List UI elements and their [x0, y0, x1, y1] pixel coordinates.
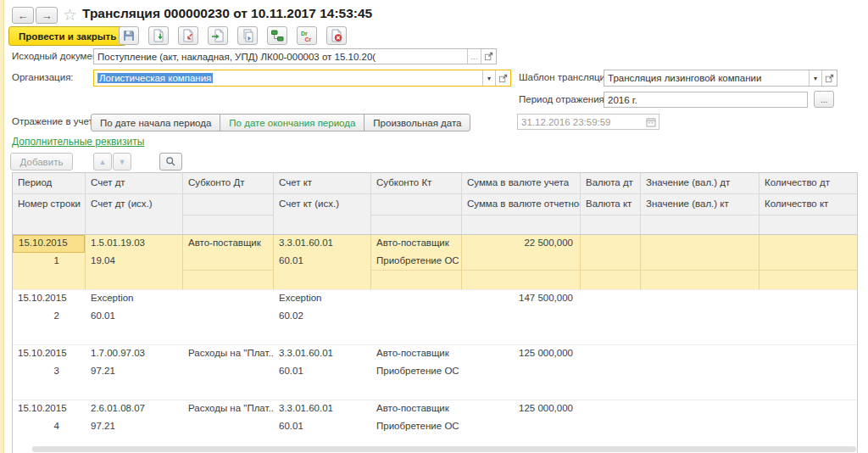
- search-button[interactable]: [159, 153, 182, 171]
- cell-currency-dt[interactable]: [581, 345, 640, 363]
- cell-currency-kt[interactable]: [581, 308, 640, 326]
- cell-currency-kt[interactable]: [581, 253, 640, 271]
- cell-acct-dt-src[interactable]: 97.21: [86, 418, 182, 436]
- cell-sub-kt-1[interactable]: Авто-поставщик: [371, 345, 461, 363]
- cell-sum-accounting[interactable]: 125 000,000: [462, 345, 580, 363]
- save-button[interactable]: [119, 26, 139, 45]
- forward-button[interactable]: →: [36, 7, 58, 24]
- cell-qty-dt[interactable]: [760, 235, 857, 253]
- create-based-on-button[interactable]: [208, 26, 228, 45]
- add-row-button[interactable]: Добавить: [10, 153, 73, 171]
- cell-sub-dt-2[interactable]: [183, 363, 273, 381]
- col-header-cur-dt[interactable]: Валюта дт: [581, 173, 640, 194]
- cell-sub-dt-1[interactable]: Авто-поставщик: [183, 235, 273, 253]
- cell-value-dt[interactable]: [641, 235, 759, 253]
- cell-row-num[interactable]: 4: [13, 418, 85, 436]
- cell-acct-dt-src[interactable]: 60.01: [86, 308, 182, 326]
- cell-value-kt[interactable]: [641, 308, 759, 326]
- cell-empty[interactable]: [86, 271, 182, 289]
- cell-acct-kt-src[interactable]: 60.01: [274, 363, 370, 381]
- organization-dropdown-button[interactable]: ▾: [482, 70, 495, 86]
- cell-currency-kt[interactable]: [581, 418, 640, 436]
- table-row[interactable]: 15.10.2015 2 Exception 60.01 Exception 6…: [13, 290, 857, 345]
- reflection-period-field[interactable]: 2016 г.: [604, 92, 808, 108]
- cell-sub-kt-2[interactable]: Приобретение ОС: [371, 418, 461, 436]
- cell-empty[interactable]: [581, 326, 640, 344]
- cell-row-num[interactable]: 3: [13, 363, 85, 381]
- col-header-qty-dt[interactable]: Количество дт: [760, 173, 857, 194]
- cell-acct-dt[interactable]: 1.7.00.97.03: [86, 345, 182, 363]
- calendar-button[interactable]: [643, 115, 659, 129]
- period-more-button[interactable]: ...: [814, 91, 834, 108]
- col-header-sub-kt[interactable]: Субконто Кт: [371, 173, 461, 194]
- cell-sub-kt-1[interactable]: Авто-поставщик: [371, 400, 461, 418]
- dr-cr-postings-button[interactable]: DrCr: [297, 26, 317, 45]
- cell-empty[interactable]: [13, 271, 85, 289]
- reflect-option-end-date[interactable]: По дате окончания периода: [220, 114, 364, 131]
- cell-value-dt[interactable]: [641, 345, 759, 363]
- cell-empty[interactable]: [760, 326, 857, 344]
- cell-value-kt[interactable]: [641, 253, 759, 271]
- cell-sum-reporting[interactable]: [462, 308, 580, 326]
- cell-empty[interactable]: [274, 381, 370, 400]
- cell-sub-kt-2[interactable]: [371, 308, 461, 326]
- cell-value-dt[interactable]: [641, 400, 759, 418]
- favorite-star-icon[interactable]: ☆: [63, 7, 77, 23]
- col-header-acct-kt[interactable]: Счет кт: [274, 173, 370, 194]
- cancel-posting-button[interactable]: [326, 26, 347, 45]
- cell-sum-reporting[interactable]: [462, 253, 580, 271]
- col-header-acct-dt[interactable]: Счет дт: [86, 173, 182, 194]
- cell-sub-dt-1[interactable]: Расходы на "Плат...: [183, 345, 273, 363]
- cell-sum-reporting[interactable]: [462, 418, 580, 436]
- cell-empty[interactable]: [462, 271, 580, 289]
- cell-qty-dt[interactable]: [760, 290, 857, 308]
- col-header-sum2[interactable]: Сумма в валюте отчетности: [462, 194, 580, 215]
- col-header-qty-kt[interactable]: Количество кт: [760, 194, 857, 215]
- organization-field[interactable]: Логистическая компания ▾: [93, 70, 511, 87]
- cell-empty[interactable]: [86, 326, 182, 344]
- col-header-period[interactable]: Период: [13, 173, 85, 194]
- cell-empty[interactable]: [274, 271, 370, 289]
- cell-empty[interactable]: [641, 326, 759, 344]
- cell-sub-dt-2[interactable]: [183, 418, 273, 436]
- cell-sum-accounting[interactable]: 147 500,000: [462, 290, 580, 308]
- cell-value-kt[interactable]: [641, 418, 759, 436]
- back-button[interactable]: ←: [12, 7, 34, 24]
- move-up-button[interactable]: ▲: [93, 153, 112, 171]
- cell-acct-kt[interactable]: 3.3.01.60.01: [274, 235, 370, 253]
- col-header-sub-dt-2[interactable]: [183, 194, 273, 215]
- cell-empty[interactable]: [641, 381, 759, 400]
- reflect-option-custom-date[interactable]: Произвольная дата: [364, 114, 470, 131]
- cell-row-num[interactable]: 1: [13, 253, 85, 271]
- cell-empty[interactable]: [13, 381, 85, 400]
- cell-sub-dt-2[interactable]: [183, 253, 273, 271]
- cell-qty-dt[interactable]: [760, 345, 857, 363]
- cell-acct-kt-src[interactable]: 60.01: [274, 418, 370, 436]
- cell-value-dt[interactable]: [641, 290, 759, 308]
- cell-currency-dt[interactable]: [581, 235, 640, 253]
- template-field[interactable]: Трансляция лизинговой компании ▾: [604, 70, 837, 87]
- unpost-button[interactable]: [178, 26, 198, 45]
- horizontal-scrollbar[interactable]: [32, 446, 856, 452]
- cell-sub-kt-2[interactable]: Приобретение ОС: [371, 253, 461, 271]
- col-header-sub-kt-2[interactable]: [371, 194, 461, 215]
- cell-empty[interactable]: [371, 381, 461, 400]
- cell-empty[interactable]: [760, 381, 857, 400]
- col-header-sum1[interactable]: Сумма в валюте учета: [462, 173, 580, 194]
- source-doc-open-button[interactable]: [481, 49, 496, 64]
- cell-sub-kt-1[interactable]: Авто-поставщик: [371, 235, 461, 253]
- col-header-acct-kt-src[interactable]: Счет кт (исх.): [274, 194, 370, 215]
- col-header-cur-kt[interactable]: Валюта кт: [581, 194, 640, 215]
- template-dropdown-button[interactable]: ▾: [809, 70, 821, 86]
- cell-empty[interactable]: [462, 381, 580, 400]
- cell-empty[interactable]: [462, 326, 580, 344]
- col-header-acct-dt-src[interactable]: Счет дт (исх.): [86, 194, 182, 215]
- cell-empty[interactable]: [183, 381, 273, 400]
- cell-sub-dt-1[interactable]: Расходы на "Плат...: [183, 400, 273, 418]
- col-header-sub-dt[interactable]: Субконто Дт: [183, 173, 273, 194]
- col-header-row-num[interactable]: Номер строки: [13, 194, 85, 215]
- col-header-val-dt[interactable]: Значение (вал.) дт: [641, 173, 759, 194]
- document-movements-button[interactable]: [267, 26, 287, 45]
- cell-period[interactable]: 15.10.2015: [13, 235, 85, 253]
- cell-sum-accounting[interactable]: 125 000,000: [462, 400, 580, 418]
